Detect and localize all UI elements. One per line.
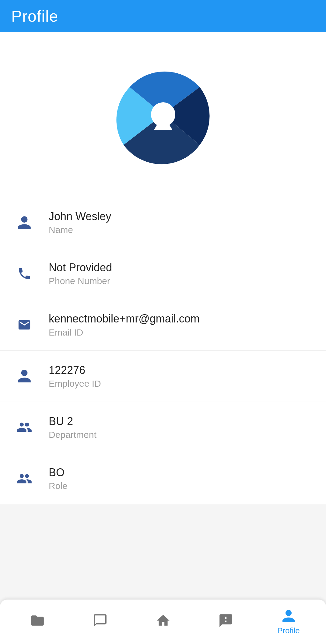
phone-field: Not Provided Phone Number — [0, 248, 326, 299]
department-content: BU 2 Department — [49, 415, 96, 440]
nav-alert[interactable] — [195, 613, 257, 631]
email-icon — [15, 316, 33, 334]
bottom-navigation: Profile — [0, 600, 326, 644]
nav-profile-label: Profile — [277, 626, 300, 635]
app-header: Profile — [0, 0, 326, 32]
phone-label: Phone Number — [49, 276, 112, 286]
role-label: Role — [49, 481, 68, 491]
person-icon — [15, 213, 33, 232]
nav-home[interactable] — [131, 613, 194, 631]
role-content: BO Role — [49, 466, 68, 491]
email-content: kennectmobile+mr@gmail.com Email ID — [49, 312, 200, 337]
email-field: kennectmobile+mr@gmail.com Email ID — [0, 299, 326, 350]
name-label: Name — [49, 225, 111, 235]
email-label: Email ID — [49, 327, 200, 338]
logo-section — [0, 32, 326, 197]
name-field: John Wesley Name — [0, 197, 326, 248]
employee-id-content: 122276 Employee ID — [49, 364, 101, 389]
phone-icon — [15, 265, 33, 283]
page-title: Profile — [11, 7, 58, 25]
nav-folder[interactable] — [6, 613, 69, 631]
department-icon — [15, 418, 33, 436]
name-content: John Wesley Name — [49, 210, 111, 235]
phone-value: Not Provided — [49, 261, 112, 274]
department-value: BU 2 — [49, 415, 96, 428]
email-value: kennectmobile+mr@gmail.com — [49, 312, 200, 325]
employee-id-field: 122276 Employee ID — [0, 351, 326, 402]
app-logo — [105, 57, 221, 172]
phone-content: Not Provided Phone Number — [49, 261, 112, 286]
department-field: BU 2 Department — [0, 402, 326, 453]
employee-id-value: 122276 — [49, 364, 101, 377]
profile-fields: John Wesley Name Not Provided Phone Numb… — [0, 197, 326, 504]
employee-id-label: Employee ID — [49, 378, 101, 389]
employee-icon — [15, 367, 33, 385]
role-icon — [15, 470, 33, 488]
role-field: BO Role — [0, 453, 326, 504]
department-label: Department — [49, 430, 96, 440]
nav-chat[interactable] — [69, 613, 131, 631]
role-value: BO — [49, 466, 68, 479]
name-value: John Wesley — [49, 210, 111, 223]
svg-point-1 — [151, 102, 175, 127]
nav-profile[interactable]: Profile — [257, 608, 320, 635]
